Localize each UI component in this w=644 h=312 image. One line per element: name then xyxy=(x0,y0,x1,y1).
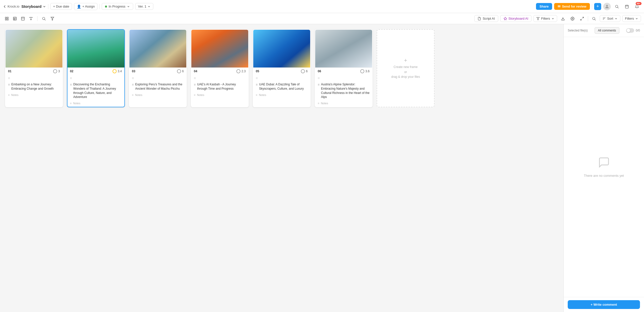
search-button[interactable] xyxy=(613,3,621,11)
svg-rect-7 xyxy=(5,17,7,18)
calendar-icon xyxy=(625,5,629,9)
cards-grid: 01 3 ⌗ ≡ Embarking on a New Journey: Emb… xyxy=(5,29,558,107)
send-review-button[interactable]: ✉ Send for review xyxy=(554,3,590,10)
card-score-06: 3.6 xyxy=(360,69,370,73)
search-tool-icon xyxy=(42,17,46,21)
svg-line-28 xyxy=(595,19,596,20)
version-chevron-icon xyxy=(148,5,151,8)
filters-chevron-icon xyxy=(551,17,554,20)
card-06[interactable]: 06 3.6 ⌗ ≡ Austria's Alpine Splendor: Em… xyxy=(315,29,373,107)
list-icon-04: ≡ xyxy=(194,83,196,91)
card-score-01: 3 xyxy=(53,69,60,73)
no-comments-text: There are no comments yet xyxy=(584,174,624,178)
card-title-05: ≡ UAE Dubai: A Dazzling Tale of Skyscrap… xyxy=(253,81,310,92)
card-03[interactable]: 03 6 ⌗ ≡ Exploring Peru's Treasures and … xyxy=(129,29,187,107)
script-ai-button[interactable]: Script AI xyxy=(474,15,498,22)
assign-icon: 👤 xyxy=(77,5,81,9)
separator xyxy=(48,4,48,9)
card-num-06: 06 xyxy=(318,70,321,73)
filters-right-button[interactable]: Filters xyxy=(622,15,641,22)
card-tags-04: ⌗ xyxy=(191,75,248,81)
search-tool-button[interactable] xyxy=(40,15,48,22)
status-button[interactable]: In Progress xyxy=(102,3,133,10)
card-04[interactable]: 04 2.3 ⌗ ≡ UAE's Al Kasbah - A Journey t… xyxy=(191,29,249,107)
calendar-button[interactable] xyxy=(623,3,631,11)
card-notes-05[interactable]: ≡ Notes xyxy=(253,92,310,98)
card-notes-06[interactable]: ≡ Notes xyxy=(315,101,372,107)
svg-marker-20 xyxy=(51,17,54,20)
filter-tool-button[interactable] xyxy=(49,15,56,22)
sidebar-header: Selected file(s) All comments 0/0 xyxy=(564,24,644,37)
svg-line-2 xyxy=(618,7,619,8)
fullscreen-icon xyxy=(580,17,584,21)
card-02[interactable]: 02 3.4 ⌗ ≡ Discovering the Enchanting Wo… xyxy=(67,29,125,107)
storyboard-title[interactable]: Storyboard xyxy=(21,4,46,9)
table-view-button[interactable] xyxy=(11,15,19,22)
svg-rect-11 xyxy=(13,17,16,20)
toggle-switch[interactable] xyxy=(626,28,634,33)
sort-button[interactable]: Sort xyxy=(600,15,620,22)
card-num-03: 03 xyxy=(132,70,135,73)
filters-button[interactable]: Filters xyxy=(533,15,557,22)
tag-icon-06: ⌗ xyxy=(318,76,320,80)
grid-view-button[interactable] xyxy=(3,15,11,22)
tag-icon-04: ⌗ xyxy=(194,76,196,80)
card-notes-01[interactable]: ≡ Notes xyxy=(6,92,62,98)
card-notes-02[interactable]: ≡ Notes xyxy=(67,101,124,107)
search-sidebar-icon xyxy=(592,17,596,21)
selected-files-label: Selected file(s) xyxy=(568,29,588,32)
card-image-06 xyxy=(315,30,372,67)
write-comment-button[interactable]: + Write comment xyxy=(568,300,640,309)
new-frame-card[interactable]: + Create new frame or drag & drop your f… xyxy=(377,29,435,107)
svg-marker-21 xyxy=(504,17,507,20)
flow-icon xyxy=(29,17,33,21)
panel-view-button[interactable] xyxy=(19,15,27,22)
card-tags-06: ⌗ xyxy=(315,75,372,81)
tag-icon-03: ⌗ xyxy=(132,76,134,80)
notifications-button[interactable]: 99+ xyxy=(633,3,641,11)
card-05[interactable]: 05 6 ⌗ ≡ UAE Dubai: A Dazzling Tale of S… xyxy=(253,29,311,107)
search-sidebar-button[interactable] xyxy=(590,15,598,22)
card-num-02: 02 xyxy=(70,70,73,73)
card-01[interactable]: 01 3 ⌗ ≡ Embarking on a New Journey: Emb… xyxy=(5,29,63,107)
svg-rect-9 xyxy=(5,19,7,20)
card-notes-03[interactable]: ≡ Notes xyxy=(129,92,186,98)
card-num-01: 01 xyxy=(8,70,11,73)
card-tags-01: ⌗ xyxy=(6,75,62,81)
card-notes-04[interactable]: ≡ Notes xyxy=(191,92,248,98)
grid-icon xyxy=(5,17,9,21)
notes-icon-04: ≡ xyxy=(194,93,195,96)
settings-button[interactable] xyxy=(569,15,576,22)
card-score-05: 6 xyxy=(301,69,308,73)
storyboard-ai-icon xyxy=(504,17,507,20)
main-layout: 01 3 ⌗ ≡ Embarking on a New Journey: Emb… xyxy=(0,24,644,312)
version-button[interactable]: Ver. 1 xyxy=(135,3,153,10)
assign-button[interactable]: 👤 + Assign xyxy=(74,3,98,10)
score-circle-03 xyxy=(177,69,181,73)
top-right-actions: Share ✉ Send for review + 99+ xyxy=(536,3,641,11)
storyboard-ai-button[interactable]: Storyboard AI xyxy=(500,15,532,22)
card-title-01: ≡ Embarking on a New Journey: Embracing … xyxy=(6,81,62,92)
card-meta-03: 03 6 xyxy=(129,67,186,75)
flow-view-button[interactable] xyxy=(27,15,35,22)
download-button[interactable] xyxy=(559,15,567,22)
list-icon-06: ≡ xyxy=(318,83,319,99)
back-button[interactable]: Krock.io xyxy=(3,5,19,8)
user-avatar-icon xyxy=(604,4,610,9)
notes-icon-02: ≡ xyxy=(70,102,71,105)
svg-line-19 xyxy=(45,19,46,20)
card-num-05: 05 xyxy=(256,70,259,73)
notes-icon-03: ≡ xyxy=(132,93,133,96)
notes-icon-01: ≡ xyxy=(8,93,10,96)
avatar-button[interactable] xyxy=(603,3,611,10)
notes-icon-06: ≡ xyxy=(318,102,319,105)
toolbar-sep-2 xyxy=(588,16,588,21)
all-comments-button[interactable]: All comments xyxy=(595,27,619,34)
status-dot xyxy=(105,6,107,8)
tag-icon-02: ⌗ xyxy=(70,76,72,80)
new-item-button[interactable]: + xyxy=(594,3,601,10)
card-title-04: ≡ UAE's Al Kasbah - A Journey through Ti… xyxy=(191,81,248,92)
share-button[interactable]: Share xyxy=(536,3,552,10)
due-date-button[interactable]: + Due date xyxy=(50,3,72,10)
fullscreen-button[interactable] xyxy=(578,15,586,22)
